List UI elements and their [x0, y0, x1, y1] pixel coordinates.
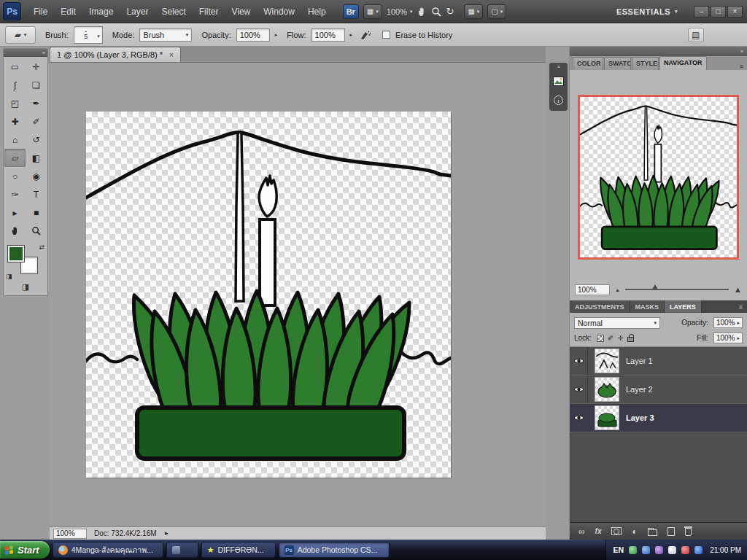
menu-view[interactable]: View [225, 0, 257, 23]
lock-all-icon[interactable] [627, 337, 634, 342]
tool-healing-brush[interactable]: ✚ [4, 112, 26, 131]
opacity-popup-arrow-icon[interactable]: ▸ [275, 32, 278, 38]
tray-icon-6[interactable] [694, 546, 703, 554]
lock-position-icon[interactable]: ✛ [617, 334, 623, 342]
zoom-out-icon[interactable]: ▲ [615, 287, 620, 292]
histogram-panel-button[interactable] [551, 74, 565, 88]
menu-image[interactable]: Image [82, 0, 120, 23]
layer-style-icon[interactable]: fx [595, 527, 602, 535]
taskbar-item-app[interactable] [166, 542, 198, 558]
tool-clone-stamp[interactable]: ⌂ [4, 131, 26, 149]
taskbar-item-browser[interactable]: 4Manga-สังคมคุณภาพ... [53, 542, 163, 558]
tool-preset-picker[interactable]: ▰ ▾ [5, 26, 36, 44]
rotate-view-icon[interactable]: ↻ [446, 6, 454, 17]
taskbar-item-photoshop[interactable]: Ps Adobe Photoshop CS... [279, 542, 390, 558]
tab-adjustments[interactable]: ADJUSTMENTS [570, 300, 630, 313]
menu-edit[interactable]: Edit [54, 0, 82, 23]
tab-swatches[interactable]: SWATCHES [604, 57, 631, 70]
tool-rectangular-marquee[interactable]: ▭ [4, 58, 26, 76]
layers-opacity-field[interactable]: 100% ▸ [713, 317, 743, 328]
blend-mode-dropdown[interactable]: Normal ▾ [574, 317, 660, 329]
opacity-field[interactable]: 100% [236, 28, 270, 42]
layer-2-visibility[interactable] [570, 376, 588, 403]
swap-colors-icon[interactable]: ⇄ [39, 244, 44, 251]
navigator-zoom-slider[interactable] [625, 289, 729, 290]
link-layers-icon[interactable]: ∞ [578, 527, 585, 536]
info-panel-button[interactable]: i [551, 93, 565, 107]
start-button[interactable]: Start [0, 541, 50, 559]
tool-dodge[interactable]: ◉ [26, 167, 47, 185]
taskbar-item-chat[interactable]: ★ DIFFƏRƏN... [201, 542, 276, 558]
delete-layer-icon[interactable] [685, 528, 692, 536]
tool-quick-selection[interactable]: ❏ [26, 76, 47, 94]
layer-row-1[interactable]: Layer 1 [570, 347, 747, 376]
layer-1-thumbnail[interactable] [595, 349, 619, 373]
document-tab[interactable]: 1 @ 100% (Layer 3, RGB/8) * × [50, 47, 181, 62]
view-extras-button[interactable]: ▦ ▾ [363, 4, 382, 19]
zoom-level-dropdown[interactable]: 100% ▾ [387, 7, 413, 16]
tray-icon-4[interactable] [668, 546, 676, 554]
fill-field[interactable]: 100% ▸ [713, 332, 743, 343]
status-popup-icon[interactable]: ► [164, 530, 170, 537]
launch-bridge-button[interactable]: Br [343, 4, 359, 19]
lock-pixels-icon[interactable]: ✐ [608, 334, 614, 342]
tool-history-brush[interactable]: ↺ [26, 131, 47, 149]
tab-layers[interactable]: LAYERS [665, 300, 702, 313]
tab-color[interactable]: COLOR [573, 57, 603, 70]
tray-icon-1[interactable] [629, 546, 637, 554]
panels-toggle-button[interactable]: ▤ [688, 28, 704, 42]
tab-masks[interactable]: MASKS [630, 300, 665, 313]
menu-select[interactable]: Select [155, 0, 192, 23]
zoom-in-icon[interactable]: ▲ [734, 285, 742, 294]
tool-lasso[interactable]: ʃ [4, 76, 26, 94]
menu-help[interactable]: Help [301, 0, 333, 23]
tool-hand[interactable] [4, 222, 26, 240]
tray-icon-3[interactable] [655, 546, 663, 554]
tool-gradient[interactable]: ◧ [26, 149, 47, 167]
menu-filter[interactable]: Filter [193, 0, 225, 23]
foreground-color-swatch[interactable] [8, 246, 24, 262]
tool-brush[interactable]: ✐ [26, 112, 47, 131]
airbrush-toggle-icon[interactable] [360, 30, 371, 39]
status-zoom-field[interactable]: 100% [53, 529, 87, 539]
tool-pen[interactable]: ✑ [4, 185, 26, 203]
tool-eraser[interactable]: ▱ [4, 149, 26, 167]
menu-window[interactable]: Window [257, 0, 301, 23]
workspace-switcher[interactable]: ESSENTIALS ▾ [616, 7, 678, 16]
canvas-viewport[interactable] [50, 63, 546, 526]
navigator-zoom-field[interactable]: 100% [575, 284, 610, 295]
flow-field[interactable]: 100% [311, 28, 345, 42]
new-adjustment-layer-icon[interactable]: ◐ [632, 527, 637, 536]
tool-type[interactable]: T [26, 185, 47, 203]
tool-move[interactable]: ✛ [26, 58, 47, 76]
mode-dropdown[interactable]: Brush ▾ [139, 28, 192, 42]
expand-panels-icon[interactable]: « [557, 64, 560, 69]
slider-thumb[interactable] [652, 284, 658, 289]
tool-crop[interactable]: ◰ [4, 94, 26, 112]
quick-mask-icon[interactable]: ◨ [22, 282, 29, 292]
add-layer-mask-icon[interactable] [611, 527, 622, 535]
window-minimize-button[interactable]: – [694, 6, 709, 18]
layer-3-visibility[interactable] [570, 404, 588, 432]
toolbox-header[interactable]: « [4, 49, 47, 57]
tab-navigator[interactable]: NAVIGATOR [659, 56, 707, 70]
menu-layer[interactable]: Layer [120, 0, 155, 23]
screen-mode-button[interactable]: ▢ ▾ [487, 4, 506, 19]
tool-zoom[interactable] [26, 222, 47, 240]
layer-row-3[interactable]: Layer 3 [570, 404, 747, 432]
zoom-tool-icon[interactable] [431, 7, 441, 17]
language-indicator[interactable]: EN [614, 545, 624, 554]
lock-transparency-icon[interactable] [597, 335, 604, 342]
flow-popup-arrow-icon[interactable]: ▸ [350, 32, 353, 38]
tool-eyedropper[interactable]: ✒ [26, 94, 47, 112]
layers-panel-menu-icon[interactable]: ≡ [739, 303, 743, 311]
panel-menu-icon[interactable]: ≡ [740, 63, 743, 70]
artboard[interactable] [86, 112, 451, 478]
layer-row-2[interactable]: Layer 2 [570, 376, 747, 404]
tool-shape[interactable]: ■ [26, 203, 47, 222]
navigator-proxy-view[interactable] [578, 95, 739, 260]
window-close-button[interactable]: × [727, 6, 743, 18]
arrange-documents-button[interactable]: ▦ ▾ [464, 4, 483, 19]
hand-tool-icon[interactable] [417, 7, 427, 17]
new-layer-icon[interactable] [667, 527, 675, 536]
